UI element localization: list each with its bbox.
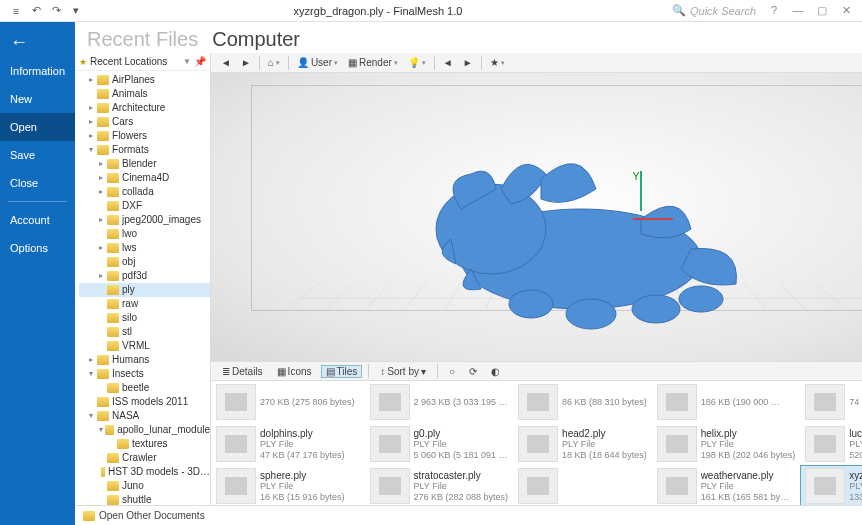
- expand-icon[interactable]: ▸: [89, 129, 97, 143]
- tree-item[interactable]: ▸Architecture: [79, 101, 210, 115]
- view-details-button[interactable]: ≣ Details: [217, 365, 268, 378]
- file-tile[interactable]: 186 KB (190 000 …: [652, 381, 801, 423]
- tree-item[interactable]: ▸pdf3d: [79, 269, 210, 283]
- tree-item[interactable]: Juno: [79, 479, 210, 493]
- file-tile[interactable]: stratocaster.plyPLY File276 KB (282 088 …: [365, 465, 514, 505]
- file-tile[interactable]: g0.plyPLY File5 060 KB (5 181 091 …: [365, 423, 514, 465]
- sidebar-item-save[interactable]: Save: [0, 141, 75, 169]
- computer-heading[interactable]: Computer: [212, 28, 300, 51]
- filter-icon[interactable]: ○: [444, 365, 460, 378]
- tree-item[interactable]: DXF: [79, 199, 210, 213]
- pin-icon[interactable]: 📌: [194, 56, 206, 67]
- tree-item[interactable]: textures: [79, 437, 210, 451]
- tree-item[interactable]: ▸Cinema4D: [79, 171, 210, 185]
- tree-item[interactable]: ISS models 2011: [79, 395, 210, 409]
- tree-item[interactable]: ▾Formats: [79, 143, 210, 157]
- expand-icon[interactable]: ▸: [99, 241, 107, 255]
- undo-icon[interactable]: ↶: [28, 3, 44, 19]
- tree-item[interactable]: beetle: [79, 381, 210, 395]
- lighting-icon[interactable]: 💡▾: [404, 57, 430, 68]
- file-tile[interactable]: 2 963 KB (3 033 195 …: [365, 381, 514, 423]
- file-tile[interactable]: head2.plyPLY File18 KB (18 644 bytes): [513, 423, 652, 465]
- tree-item[interactable]: HST 3D models - 3D…: [79, 465, 210, 479]
- tree-item[interactable]: ply: [79, 283, 210, 297]
- tree-item[interactable]: lwo: [79, 227, 210, 241]
- file-tile[interactable]: helix.plyPLY File198 KB (202 046 bytes): [652, 423, 801, 465]
- file-tile[interactable]: 86 KB (88 310 bytes): [513, 381, 652, 423]
- view-icons-button[interactable]: ▦ Icons: [272, 365, 317, 378]
- tree-item[interactable]: ▾apollo_lunar_module: [79, 423, 210, 437]
- expand-icon[interactable]: ▾: [89, 143, 97, 157]
- tree-item[interactable]: VRML: [79, 339, 210, 353]
- file-tile[interactable]: 74 KB (75 670 bytes): [800, 381, 862, 423]
- close-icon[interactable]: ✕: [838, 4, 854, 17]
- sidebar-item-information[interactable]: Information: [0, 57, 75, 85]
- quick-search-input[interactable]: Quick Search: [690, 5, 756, 17]
- render-dropdown[interactable]: ▦ Render▾: [344, 57, 402, 68]
- file-tile[interactable]: sphere.plyPLY File16 KB (15 916 bytes): [211, 465, 364, 505]
- file-tile[interactable]: weathervane.plyPLY File161 KB (165 581 b…: [652, 465, 801, 505]
- file-tile[interactable]: [513, 465, 652, 505]
- view-tiles-button[interactable]: ▤ Tiles: [321, 365, 363, 378]
- expand-icon[interactable]: ▸: [99, 269, 107, 283]
- recent-files-heading[interactable]: Recent Files: [87, 28, 198, 51]
- minimize-icon[interactable]: —: [790, 4, 806, 17]
- file-tile[interactable]: xyzrgb_dragon…PLY File133 949 KB (137 16…: [800, 465, 862, 505]
- sidebar-item-options[interactable]: Options: [0, 234, 75, 262]
- refresh-icon[interactable]: ⟳: [464, 365, 482, 378]
- tree-item[interactable]: ▾Insects: [79, 367, 210, 381]
- tree-item[interactable]: ▸Flowers: [79, 129, 210, 143]
- help-icon[interactable]: ?: [766, 4, 782, 17]
- expand-icon[interactable]: ▸: [89, 115, 97, 129]
- sidebar-item-close[interactable]: Close: [0, 169, 75, 197]
- tree-item[interactable]: ▸Blender: [79, 157, 210, 171]
- tree-item[interactable]: Animals: [79, 87, 210, 101]
- sort-by-dropdown[interactable]: ↕ Sort by ▾: [375, 365, 431, 378]
- tree-item[interactable]: stl: [79, 325, 210, 339]
- redo-icon[interactable]: ↷: [48, 3, 64, 19]
- tree-item[interactable]: silo: [79, 311, 210, 325]
- sidebar-item-new[interactable]: New: [0, 85, 75, 113]
- expand-icon[interactable]: ▾: [89, 409, 97, 423]
- tree-item[interactable]: ▸Humans: [79, 353, 210, 367]
- app-menu-icon[interactable]: ≡: [8, 3, 24, 19]
- expand-icon[interactable]: ▸: [99, 171, 107, 185]
- tree-item[interactable]: Crawler: [79, 451, 210, 465]
- expand-icon[interactable]: ▸: [99, 157, 107, 171]
- maximize-icon[interactable]: ▢: [814, 4, 830, 17]
- tree-item[interactable]: shuttle: [79, 493, 210, 505]
- chevron-down-icon[interactable]: ▼: [183, 57, 191, 66]
- tree-item[interactable]: raw: [79, 297, 210, 311]
- favorite-icon[interactable]: ★▾: [486, 57, 509, 68]
- viewport-3d[interactable]: Y: [211, 73, 862, 361]
- expand-icon[interactable]: ▸: [89, 101, 97, 115]
- open-other-documents-link[interactable]: Open Other Documents: [99, 510, 205, 521]
- tree-item[interactable]: ▸jpeg2000_images: [79, 213, 210, 227]
- recent-locations-bar[interactable]: ★ Recent Locations ▼ 📌: [75, 53, 210, 71]
- tree-item[interactable]: obj: [79, 255, 210, 269]
- action-icon[interactable]: ◐: [486, 365, 505, 378]
- nav-back-icon[interactable]: ◄: [217, 57, 235, 68]
- tree-item[interactable]: ▸AirPlanes: [79, 73, 210, 87]
- expand-icon[interactable]: ▾: [89, 367, 97, 381]
- dropdown-icon[interactable]: ▾: [68, 3, 84, 19]
- file-tile[interactable]: dolphins.plyPLY File47 KB (47 176 bytes): [211, 423, 364, 465]
- home-icon[interactable]: ⌂▾: [264, 57, 284, 68]
- sidebar-item-open[interactable]: Open: [0, 113, 75, 141]
- user-dropdown[interactable]: 👤 User▾: [293, 57, 342, 68]
- expand-icon[interactable]: ▸: [89, 73, 97, 87]
- arrow-left-icon[interactable]: ◄: [439, 57, 457, 68]
- expand-icon[interactable]: ▸: [99, 185, 107, 199]
- expand-icon[interactable]: ▸: [89, 353, 97, 367]
- tree-item[interactable]: ▸Cars: [79, 115, 210, 129]
- search-icon[interactable]: 🔍: [672, 4, 686, 17]
- tree-item[interactable]: ▸collada: [79, 185, 210, 199]
- nav-fwd-icon[interactable]: ►: [237, 57, 255, 68]
- arrow-right-icon[interactable]: ►: [459, 57, 477, 68]
- tree-item[interactable]: ▾NASA: [79, 409, 210, 423]
- tree-item[interactable]: ▸lws: [79, 241, 210, 255]
- expand-icon[interactable]: ▸: [99, 213, 107, 227]
- file-tile[interactable]: 270 KB (275 806 bytes): [211, 381, 364, 423]
- file-tile[interactable]: lucy.plyPLY File520 566 KB (533 059 …: [800, 423, 862, 465]
- back-button[interactable]: ←: [0, 28, 75, 57]
